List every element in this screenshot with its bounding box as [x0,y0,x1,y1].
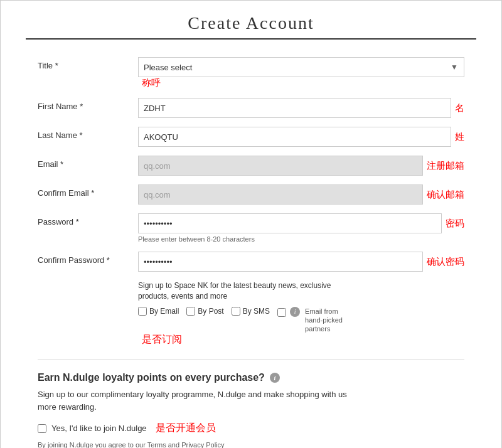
by-sms-item: By SMS [232,307,270,316]
lastname-annotation: 姓 [455,131,464,143]
form-section: Title * Please select Mr Mrs Miss Ms Dr … [38,57,464,448]
info-icon[interactable]: i [290,307,300,317]
title-select[interactable]: Please select Mr Mrs Miss Ms Dr [138,57,464,77]
password-hint: Please enter between 8-20 characters [138,235,464,243]
confirm-email-input[interactable] [138,184,423,205]
by-post-checkbox[interactable] [186,307,195,316]
privacy-link[interactable]: Privacy Policy [181,441,224,448]
loyalty-title: Earn N.dulge loyalty points on every pur… [38,372,464,383]
loyalty-section: Earn N.dulge loyalty points on every pur… [38,372,464,448]
email-annotation: 注册邮箱 [427,160,464,172]
subscription-annotation: 是否订阅 [142,334,182,344]
by-sms-checkbox[interactable] [232,307,240,316]
loyalty-desc: Sign up to our complimentary loyalty pro… [38,388,351,413]
subscription-text: Sign up to Space NK for the latest beaut… [138,280,364,302]
join-loyalty-checkbox[interactable] [38,424,46,433]
confirm-email-row: Confirm Email * 确认邮箱 [38,184,464,205]
by-email-checkbox[interactable] [138,307,147,316]
email-field: 注册邮箱 [138,156,464,176]
lastname-row: Last Name * 姓 [38,127,464,147]
title-field: Please select Mr Mrs Miss Ms Dr ▼ 称呼 [138,57,464,89]
confirm-email-field: 确认邮箱 [138,184,464,205]
confirm-password-input[interactable] [138,252,423,272]
email-partners-checkbox[interactable] [277,308,286,317]
by-post-label: By Post [198,307,223,316]
title-label: Title * [38,57,138,70]
password-input[interactable] [138,213,442,233]
password-label: Password * [38,213,138,227]
subscription-section: Sign up to Space NK for the latest beaut… [138,280,464,346]
confirm-password-field: 确认密码 [138,252,464,272]
email-label: Email * [38,156,138,169]
lastname-field: 姓 [138,127,464,147]
by-email-item: By Email [138,307,179,316]
email-input[interactable] [138,156,423,176]
confirm-password-label: Confirm Password * [38,252,138,265]
terms-text: By joining N.dulge you agree to our Term… [38,441,464,448]
firstname-input[interactable] [138,98,451,118]
password-row: Password * 密码 Please enter between 8-20 … [38,213,464,243]
by-sms-label: By SMS [243,307,270,316]
title-annotation: 称呼 [142,77,161,88]
loyalty-annotation: 是否开通会员 [156,422,216,435]
confirm-email-label: Confirm Email * [38,184,138,198]
terms-link[interactable]: Terms [147,441,166,448]
title-row: Title * Please select Mr Mrs Miss Ms Dr … [38,57,464,89]
title-select-wrapper: Please select Mr Mrs Miss Ms Dr ▼ [138,57,464,77]
confirm-password-annotation: 确认密码 [427,256,464,268]
confirm-email-annotation: 确认邮箱 [427,189,464,201]
by-post-item: By Post [186,307,223,316]
password-field: 密码 Please enter between 8-20 characters [138,213,464,243]
firstname-field: 名 [138,98,464,118]
firstname-annotation: 名 [455,102,464,114]
divider [38,359,464,360]
loyalty-checkbox-row: Yes, I'd like to join N.dulge 是否开通会员 [38,422,464,435]
page-title: Create Account [26,13,476,40]
checkbox-row: By Email By Post By SMS i Email from han… [138,307,464,334]
join-loyalty-label: Yes, I'd like to join N.dulge [51,424,147,433]
email-row: Email * 注册邮箱 [38,156,464,176]
email-partners-label: Email from hand-picked partners [305,307,349,334]
lastname-input[interactable] [138,127,451,147]
confirm-password-row: Confirm Password * 确认密码 [38,252,464,272]
password-annotation: 密码 [446,218,464,230]
firstname-row: First Name * 名 [38,98,464,118]
lastname-label: Last Name * [38,127,138,140]
loyalty-info-icon[interactable]: i [270,373,280,383]
page-wrapper: Create Account Title * Please select Mr … [0,0,502,448]
firstname-label: First Name * [38,98,138,111]
email-partners-item: i Email from hand-picked partners [277,307,349,334]
by-email-label: By Email [149,307,179,316]
